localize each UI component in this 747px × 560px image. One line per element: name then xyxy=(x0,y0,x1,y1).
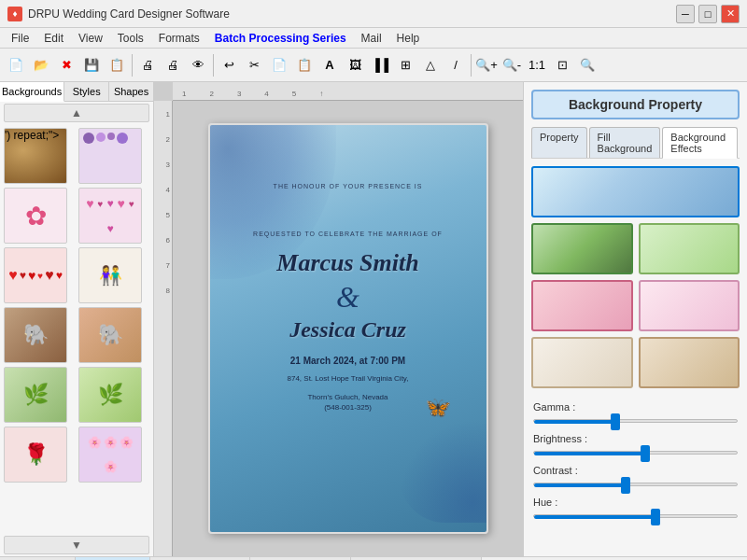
panel-content: ') repeat;"> ✿ ♥ ♥ ♥ xyxy=(0,124,153,534)
menu-view[interactable]: View xyxy=(71,30,110,47)
tab-styles[interactable]: Styles xyxy=(64,82,109,101)
bg-thumb-5[interactable]: ♥ ♥ ♥ ♥ ♥ ♥ xyxy=(4,247,67,303)
gamma-thumb[interactable] xyxy=(611,413,620,430)
menu-formats[interactable]: Formats xyxy=(151,30,207,47)
bg-thumb-9[interactable]: 🌿 xyxy=(4,367,67,423)
effect-blue-light[interactable] xyxy=(531,166,740,217)
bg-thumb-2[interactable] xyxy=(78,128,142,184)
copy-button[interactable]: 📄 xyxy=(267,53,291,77)
menu-tools[interactable]: Tools xyxy=(110,30,151,47)
brightness-bg xyxy=(533,451,738,455)
bg-thumb-3[interactable]: ✿ xyxy=(4,188,67,244)
panel-tabs: Backgrounds Styles Shapes xyxy=(0,82,153,102)
menu-mail[interactable]: Mail xyxy=(354,30,389,47)
shape-button[interactable]: △ xyxy=(418,53,443,77)
effect-green1[interactable] xyxy=(531,223,633,274)
bg-thumb-7[interactable]: 🐘 xyxy=(4,307,67,363)
bg-thumb-10[interactable]: 🌿 xyxy=(78,367,142,423)
barcode-button[interactable]: ▐▐ xyxy=(368,53,392,77)
open-button[interactable]: 📂 xyxy=(29,53,53,77)
print-button[interactable]: 🖨 xyxy=(135,53,160,77)
bg-thumb-6[interactable]: 👫 xyxy=(78,247,142,303)
canvas-area[interactable]: 1 2 3 4 5 ↑ 1 2 3 4 5 6 7 8 🦋 THE HONOUR… xyxy=(154,82,523,556)
delete-button[interactable]: ✖ xyxy=(54,53,78,77)
templates-button[interactable]: 📋 Templates xyxy=(250,557,351,561)
menu-file[interactable]: File xyxy=(4,30,36,47)
gamma-label: Gamma : xyxy=(533,401,738,413)
menu-edit[interactable]: Edit xyxy=(36,30,71,47)
contrast-track xyxy=(533,478,738,491)
hue-bg xyxy=(533,514,738,518)
print2-button[interactable]: 🖨 xyxy=(161,53,185,77)
gamma-bg xyxy=(533,419,738,423)
properties-button[interactable]: ⚙ Properties xyxy=(150,557,251,561)
image-button[interactable]: 🖼 xyxy=(343,53,367,77)
bg-thumb-1[interactable]: ') repeat;"> xyxy=(4,128,67,184)
window-controls: ─ □ ✕ xyxy=(676,5,740,23)
card-top-text2: REQUESTED TO CELEBRATE THE MARRIAGE OF xyxy=(253,229,443,239)
effect-blank[interactable] xyxy=(639,337,740,388)
contrast-row: Contrast : xyxy=(533,465,738,491)
prop-tabs: Property Fill Background Background Effe… xyxy=(531,127,740,159)
scroll-up[interactable]: ▲ xyxy=(4,104,149,122)
brightness-thumb[interactable] xyxy=(641,445,650,462)
qr-button[interactable]: ⊞ xyxy=(393,53,417,77)
effect-pink2[interactable] xyxy=(639,280,740,331)
tab-background-effects[interactable]: Background Effects xyxy=(662,127,738,159)
save-as-button[interactable]: 📋 xyxy=(105,53,129,77)
contrast-label: Contrast : xyxy=(533,465,738,476)
bg-thumb-11[interactable]: 🌹 xyxy=(4,427,67,483)
minimize-button[interactable]: ─ xyxy=(676,5,695,23)
save-button[interactable]: 💾 xyxy=(79,53,104,77)
effect-pink1[interactable] xyxy=(531,280,633,331)
hue-track xyxy=(533,510,738,523)
bg-grid: ') repeat;"> ✿ ♥ ♥ ♥ xyxy=(4,128,149,483)
gamma-fill xyxy=(534,420,615,424)
close-button[interactable]: ✕ xyxy=(721,5,740,23)
contrast-thumb[interactable] xyxy=(621,477,630,494)
wedding-details-button[interactable]: 📑 Wedding Details xyxy=(351,557,482,561)
preview-button[interactable]: 👁 xyxy=(186,53,210,77)
tab-fill-background[interactable]: Fill Background xyxy=(589,127,661,158)
maximize-button[interactable]: □ xyxy=(698,5,717,23)
back-button[interactable]: 🖼 Back xyxy=(76,557,150,561)
undo-button[interactable]: ↩ xyxy=(217,53,241,77)
sep1 xyxy=(132,54,133,77)
app-icon: ♦ xyxy=(7,7,22,21)
bg-thumb-4[interactable]: ♥ ♥ ♥ ♥ ♥ ♥ xyxy=(78,188,142,244)
effect-beige[interactable] xyxy=(531,337,633,388)
fit-button[interactable]: ⊡ xyxy=(550,53,574,77)
new-button[interactable]: 📄 xyxy=(4,53,28,77)
hue-label: Hue : xyxy=(533,497,738,508)
zoom-reset-button[interactable]: 1:1 xyxy=(525,53,549,77)
bg-thumb-8[interactable]: 🐘 xyxy=(78,307,142,363)
menu-help[interactable]: Help xyxy=(389,30,428,47)
hue-thumb[interactable] xyxy=(651,509,660,525)
scroll-down[interactable]: ▼ xyxy=(4,536,149,554)
brightness-fill xyxy=(534,452,645,455)
text-button[interactable]: A xyxy=(317,53,342,77)
card-top-text1: THE HONOUR OF YOUR PRESENCE IS xyxy=(274,181,423,191)
zoom-in-button[interactable]: 🔍+ xyxy=(474,53,499,77)
brightness-row: Brightness : xyxy=(533,433,738,459)
brightness-track xyxy=(533,446,738,459)
tab-property[interactable]: Property xyxy=(531,127,587,158)
tab-shapes[interactable]: Shapes xyxy=(109,82,153,101)
front-button[interactable]: 📄 Front xyxy=(0,557,76,561)
bg-thumb-12[interactable]: 🌸 🌸 🌸 🌸 xyxy=(78,427,142,483)
cut-button[interactable]: ✂ xyxy=(242,53,266,77)
line-button[interactable]: / xyxy=(444,53,468,77)
effect-green2[interactable] xyxy=(639,223,740,274)
ruler-left: 1 2 3 4 5 6 7 8 xyxy=(154,101,173,556)
zoom-out-button[interactable]: 🔍- xyxy=(500,53,524,77)
search-button[interactable]: 🔍 xyxy=(575,53,599,77)
app-title: DRPU Wedding Card Designer Software xyxy=(28,7,676,21)
effects-grid xyxy=(524,159,747,396)
menu-batch[interactable]: Batch Processing Series xyxy=(207,30,354,47)
tab-backgrounds[interactable]: Backgrounds xyxy=(0,82,64,102)
paste-button[interactable]: 📋 xyxy=(292,53,317,77)
right-panel: Background Property Property Fill Backgr… xyxy=(523,82,747,556)
card-address2: Thorn's Guluch, Nevada xyxy=(307,392,388,403)
menu-bar: File Edit View Tools Formats Batch Proce… xyxy=(0,28,747,49)
left-panel: Backgrounds Styles Shapes ▲ ') repeat;"> xyxy=(0,82,154,556)
